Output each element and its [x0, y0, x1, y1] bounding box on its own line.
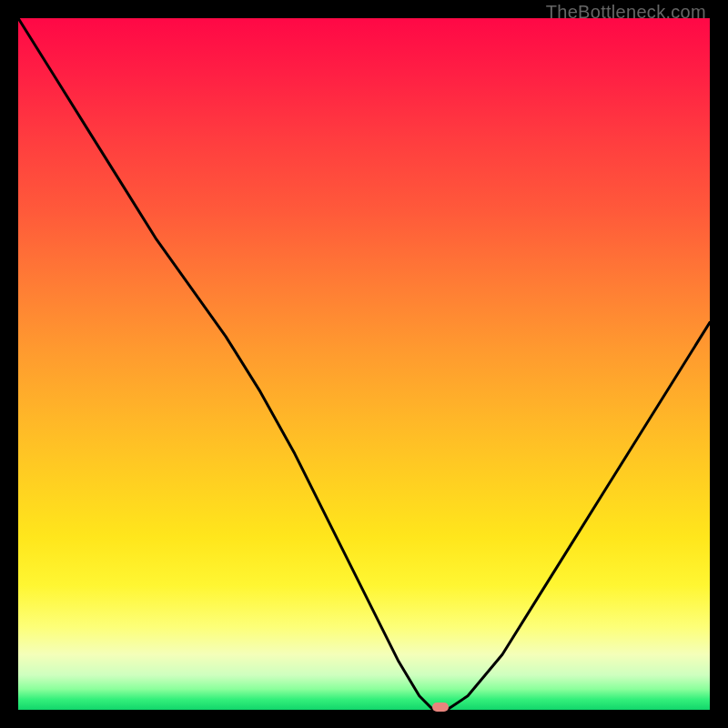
- chart-frame: TheBottleneck.com: [0, 0, 728, 728]
- bottleneck-curve: [18, 18, 710, 710]
- optimal-marker: [432, 703, 449, 712]
- plot-area: [18, 18, 710, 710]
